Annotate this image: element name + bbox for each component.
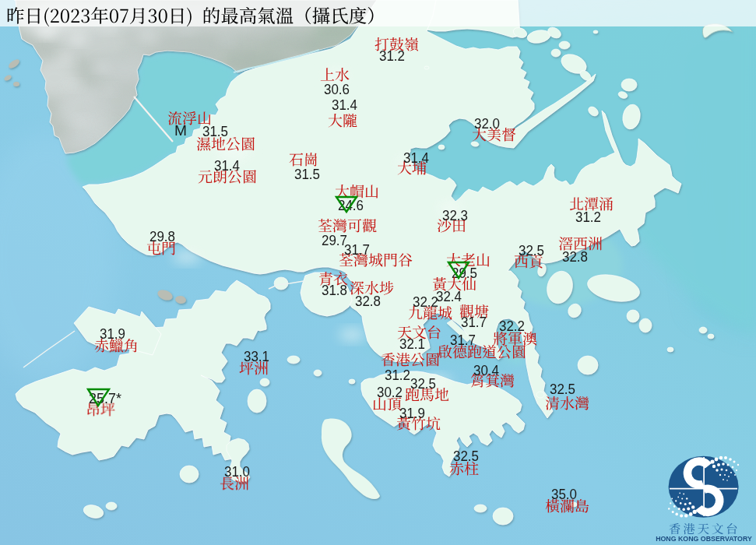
svg-text:30.4: 30.4 xyxy=(473,362,499,378)
svg-text:32.5: 32.5 xyxy=(453,448,479,464)
svg-text:31.4: 31.4 xyxy=(403,149,429,166)
svg-text:31.8: 31.8 xyxy=(322,282,347,298)
svg-text:32.5: 32.5 xyxy=(410,375,436,392)
svg-text:31.7: 31.7 xyxy=(344,241,370,258)
svg-text:32.5: 32.5 xyxy=(550,381,575,397)
svg-text:31.2: 31.2 xyxy=(385,367,410,383)
svg-text:31.7: 31.7 xyxy=(461,314,487,330)
svg-text:30.6: 30.6 xyxy=(324,81,350,97)
svg-text:32.2: 32.2 xyxy=(413,294,438,310)
svg-text:35.0: 35.0 xyxy=(551,486,577,502)
svg-text:32.8: 32.8 xyxy=(355,293,381,309)
svg-text:31.2: 31.2 xyxy=(379,47,405,64)
svg-text:M: M xyxy=(174,122,187,139)
svg-text:32.5: 32.5 xyxy=(519,242,544,258)
svg-text:29.8: 29.8 xyxy=(149,228,175,244)
svg-text:32.0: 32.0 xyxy=(474,115,500,132)
svg-text:31.4: 31.4 xyxy=(332,97,357,113)
svg-text:32.4: 32.4 xyxy=(436,288,462,304)
svg-text:31.9: 31.9 xyxy=(399,405,425,421)
svg-text:32.2: 32.2 xyxy=(499,318,525,334)
svg-text:31.7: 31.7 xyxy=(450,332,476,348)
svg-text:31.2: 31.2 xyxy=(575,209,601,225)
svg-text:31.0: 31.0 xyxy=(224,463,250,480)
svg-text:31.5: 31.5 xyxy=(294,166,320,182)
svg-text:32.1: 32.1 xyxy=(399,336,425,352)
svg-text:33.1: 33.1 xyxy=(244,348,269,364)
svg-text:31.5: 31.5 xyxy=(202,123,228,139)
svg-text:HONG KONG OBSERVATORY: HONG KONG OBSERVATORY xyxy=(656,535,752,543)
svg-text:31.4: 31.4 xyxy=(214,157,240,174)
svg-text:31.9: 31.9 xyxy=(100,325,125,342)
svg-text:32.3: 32.3 xyxy=(442,207,468,223)
svg-text:32.8: 32.8 xyxy=(562,248,588,265)
svg-text:30.2: 30.2 xyxy=(377,384,403,400)
